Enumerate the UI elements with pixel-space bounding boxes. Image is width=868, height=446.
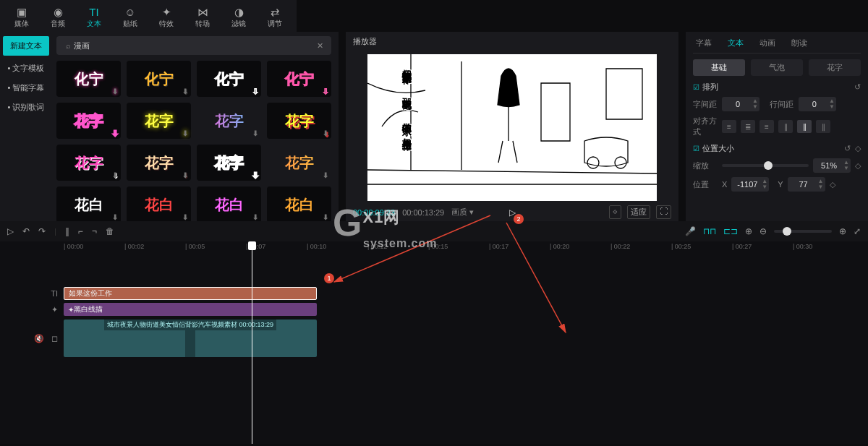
mute-track-icon[interactable]: 🔇 [34, 334, 44, 343]
checkbox-icon[interactable]: ☑ [693, 145, 699, 153]
sidebar-item[interactable]: • 智能字幕 [3, 78, 49, 98]
align-v1-icon[interactable]: ∥ [778, 120, 793, 133]
text-style-card[interactable]: 花白⬇ [267, 186, 331, 221]
download-icon[interactable]: ⬇ [252, 213, 258, 221]
text-style-card[interactable]: 化宁⬇ [56, 61, 121, 97]
timeline-ruler[interactable]: | 00:00| 00:02| 00:05| 00:07| 00:10| 00:… [64, 241, 868, 257]
download-icon[interactable]: ⬇ [323, 213, 328, 221]
pos-x-input[interactable]: ▲▼ [731, 177, 769, 192]
media-tab-文本[interactable]: TI文本 [78, 3, 110, 32]
align-right-icon[interactable]: ≡ [760, 120, 774, 133]
preview-toggle-icon[interactable]: ⊕ [745, 226, 752, 236]
download-icon[interactable]: ⬇ [112, 129, 118, 137]
sidebar-item[interactable]: • 识别歌词 [3, 98, 49, 117]
text-style-card[interactable]: 花字⬇ [56, 145, 121, 181]
text-style-card[interactable]: 花字⬇ [127, 103, 191, 139]
download-icon[interactable]: ⬇ [112, 171, 118, 179]
clear-search-icon[interactable]: ✕ [314, 41, 326, 51]
redo-icon[interactable]: ↷ [38, 226, 46, 236]
download-icon[interactable]: ⬇ [182, 171, 188, 179]
ruler-tick: | 00:10 [307, 243, 326, 250]
link-icon[interactable]: ⊏⊐ [723, 226, 738, 236]
keyframe-icon[interactable]: ◇ [855, 144, 861, 153]
download-icon[interactable]: ⬇ [112, 87, 118, 95]
fit-icon[interactable]: ⤢ [854, 226, 861, 236]
download-icon[interactable]: ⬇ [182, 129, 188, 137]
undo-icon[interactable]: ↶ [22, 226, 30, 236]
scale-input[interactable]: ▲▼ [813, 158, 851, 173]
text-style-card[interactable]: 花白⬇ [56, 186, 121, 221]
char-space-input[interactable]: ▲▼ [722, 97, 760, 111]
cut-left-icon[interactable]: ⌐ [78, 226, 83, 236]
cut-right-icon[interactable]: ¬ [92, 226, 97, 236]
text-style-card[interactable]: 花字⬇ [56, 103, 121, 139]
new-text-button[interactable]: 新建文本 [3, 36, 49, 56]
media-tab-转场[interactable]: ⋈转场 [187, 3, 218, 32]
sidebar-item[interactable]: • 文字模板 [3, 59, 49, 78]
playhead[interactable] [252, 241, 252, 444]
keyframe-icon[interactable]: ◇ [830, 180, 835, 189]
download-icon[interactable]: ⬇ [252, 171, 258, 179]
reset-icon[interactable]: ↺ [854, 82, 861, 92]
inspector-subtab[interactable]: 气泡 [751, 59, 803, 76]
media-tab-调节[interactable]: ⇄调节 [259, 3, 291, 32]
inspector-subtab[interactable]: 花字 [809, 59, 861, 76]
text-style-card[interactable]: 化宁⬇ [197, 61, 261, 97]
text-style-card[interactable]: 化宁⬇ [267, 61, 331, 97]
checkbox-icon[interactable]: ☑ [693, 83, 699, 91]
magnet-icon[interactable]: ⊓⊓ [703, 226, 716, 236]
text-style-card[interactable]: 花白⬇ [197, 186, 261, 221]
zoom-out-icon[interactable]: ⊖ [760, 226, 767, 236]
download-icon[interactable]: ⬇ [182, 87, 188, 95]
media-tab-滤镜[interactable]: ◑滤镜 [223, 3, 255, 32]
lock-track-icon[interactable]: ◻ [51, 334, 58, 343]
media-tab-特效[interactable]: ✦特效 [150, 3, 182, 32]
keyframe-icon[interactable]: ◇ [855, 161, 861, 171]
align-v2-icon[interactable]: ‖ [797, 120, 812, 133]
download-icon[interactable]: ⬇ [252, 129, 258, 137]
align-center-icon[interactable]: ≣ [741, 120, 755, 133]
zoom-slider[interactable] [774, 230, 832, 233]
download-icon[interactable]: ⬇ [112, 213, 118, 221]
inspector-tab[interactable]: 朗读 [788, 36, 810, 50]
align-v3-icon[interactable]: ∥ [816, 120, 830, 133]
compare-icon[interactable]: ⟐ [609, 205, 621, 219]
reset-icon[interactable]: ↺ [844, 144, 851, 153]
video-clip[interactable]: 城市夜景人物街道美女情侣背影汽车视频素材 00:00:13:29 封面 [64, 320, 317, 357]
preview-canvas[interactable]: 我们能让你快乐的工作！ 那就离职吧！ 做的不快乐 如果这份工作 [367, 54, 657, 201]
inspector-tab[interactable]: 动画 [757, 36, 778, 50]
text-clip[interactable]: 如果这份工作 [64, 287, 317, 300]
zoom-in-icon[interactable]: ⊕ [839, 226, 846, 236]
pos-y-input[interactable]: ▲▼ [788, 177, 825, 192]
inspector-tab[interactable]: 文本 [725, 36, 746, 50]
mic-icon[interactable]: 🎤 [685, 226, 696, 236]
split-icon[interactable]: ‖ [65, 226, 69, 236]
download-icon[interactable]: ⬇ [323, 87, 328, 95]
ratio-icon[interactable]: 适应 [627, 205, 650, 219]
delete-icon[interactable]: 🗑 [106, 226, 114, 236]
inspector-subtab[interactable]: 基础 [693, 59, 745, 76]
download-icon[interactable]: ⬇ [323, 129, 328, 137]
text-style-card[interactable]: 花字⬇ [267, 103, 331, 139]
inspector-tab[interactable]: 字幕 [693, 36, 715, 50]
text-style-card[interactable]: 花白⬇ [127, 186, 191, 221]
fullscreen-icon[interactable]: ⛶ [656, 205, 671, 219]
media-tab-贴纸[interactable]: ☺贴纸 [114, 3, 146, 32]
align-left-icon[interactable]: ≡ [722, 120, 736, 133]
scale-slider[interactable] [722, 164, 809, 167]
download-icon[interactable]: ⬇ [252, 87, 258, 95]
effect-clip[interactable]: ✦ 黑白线描 [64, 303, 317, 316]
line-space-input[interactable]: ▲▼ [799, 97, 836, 111]
text-style-card[interactable]: 花字⬇ [127, 145, 191, 181]
pointer-tool-icon[interactable]: ▷ [7, 226, 14, 236]
search-input[interactable] [74, 41, 314, 50]
media-tab-音频[interactable]: ◉音频 [42, 3, 74, 32]
text-style-card[interactable]: 花字⬇ [267, 145, 331, 181]
text-style-card[interactable]: 化宁⬇ [127, 61, 191, 97]
download-icon[interactable]: ⬇ [323, 171, 328, 179]
download-icon[interactable]: ⬇ [182, 213, 188, 221]
text-style-card[interactable]: 花字⬇ [197, 103, 261, 139]
text-style-card[interactable]: 花字⬇ [197, 145, 261, 181]
ratio-dropdown[interactable]: 画质 ▾ [451, 207, 474, 218]
media-tab-媒体[interactable]: ▣媒体 [6, 3, 38, 32]
